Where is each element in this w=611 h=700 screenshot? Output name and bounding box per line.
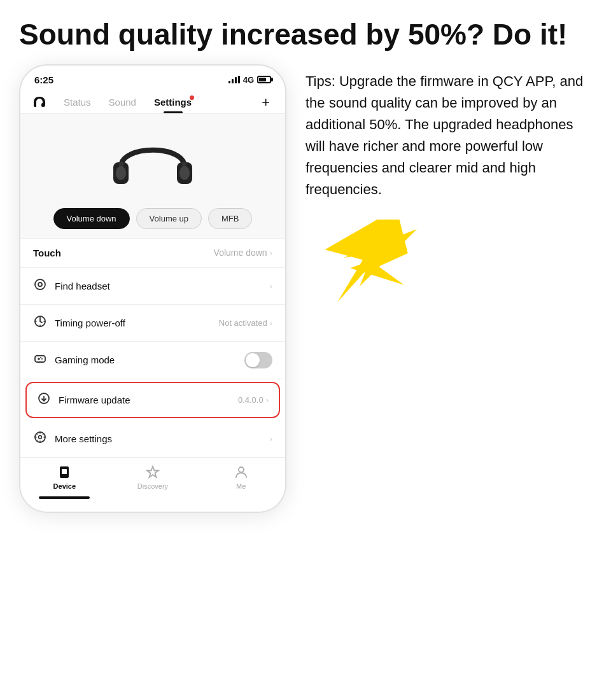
find-headset-row[interactable]: Find headset ›	[20, 268, 285, 305]
arrow-container	[306, 220, 592, 302]
phone-mockup: 6:25 4G	[19, 64, 286, 513]
bottom-nav: Device Discovery Me	[20, 458, 285, 512]
timing-power-label: Timing power-off	[55, 318, 125, 328]
more-settings-row[interactable]: More settings ›	[20, 421, 285, 458]
settings-dot	[190, 95, 194, 100]
svg-point-16	[39, 435, 42, 438]
nav-device-indicator	[39, 496, 90, 499]
firmware-update-label: Firmware update	[59, 395, 130, 405]
app-tabs: Status Sound Settings +	[20, 89, 285, 114]
find-headset-icon	[33, 278, 47, 294]
headphone-image	[108, 125, 197, 195]
me-nav-icon	[234, 465, 249, 480]
firmware-update-icon	[37, 392, 51, 408]
firmware-update-right: 0.4.0.0 ›	[238, 395, 269, 405]
find-headset-right: ›	[270, 281, 272, 291]
touch-label: Touch	[33, 248, 61, 258]
device-nav-icon	[57, 465, 72, 480]
svg-point-7	[179, 166, 190, 180]
gaming-mode-icon	[33, 352, 47, 368]
add-tab-button[interactable]: +	[256, 92, 275, 113]
firmware-update-chevron-icon: ›	[266, 395, 269, 405]
headphone-area	[20, 114, 285, 202]
touch-value: Volume down ›	[214, 248, 272, 258]
svg-rect-18	[62, 469, 67, 474]
status-time: 6:25	[34, 74, 53, 85]
find-headset-chevron-icon: ›	[270, 281, 272, 291]
tab-status[interactable]: Status	[55, 92, 100, 113]
mfb-button[interactable]: MFB	[208, 208, 252, 229]
settings-list: Find headset › Timing power-o	[20, 268, 285, 458]
svg-point-12	[41, 358, 43, 360]
svg-point-19	[239, 467, 244, 472]
gaming-mode-toggle[interactable]	[244, 352, 272, 368]
nav-device[interactable]: Device	[39, 465, 90, 499]
svg-rect-0	[34, 103, 36, 107]
status-right: 4G	[228, 75, 271, 85]
svg-rect-1	[41, 103, 44, 107]
touch-row[interactable]: Touch Volume down ›	[20, 238, 285, 268]
timing-power-icon	[33, 315, 47, 331]
more-settings-right: ›	[270, 434, 272, 444]
svg-point-13	[40, 357, 41, 358]
nav-device-label: Device	[53, 482, 76, 490]
timing-power-chevron-icon: ›	[270, 318, 272, 328]
tab-settings[interactable]: Settings	[145, 92, 200, 113]
svg-point-9	[38, 283, 42, 286]
page-header: Sound quality increased by 50%? Do it!	[0, 0, 611, 64]
volume-buttons: Volume down Volume up MFB	[20, 202, 285, 238]
svg-point-8	[35, 279, 45, 290]
timing-power-right: Not activated ›	[219, 318, 272, 328]
timing-power-off-row[interactable]: Timing power-off Not activated ›	[20, 305, 285, 342]
volume-down-button[interactable]: Volume down	[53, 208, 130, 229]
nav-discovery[interactable]: Discovery	[127, 465, 178, 490]
right-content: Tips: Upgrade the firmware in QCY APP, a…	[306, 64, 592, 303]
more-settings-icon	[33, 431, 47, 447]
headset-tab-icon[interactable]	[31, 94, 47, 111]
nav-me-label: Me	[236, 482, 246, 490]
nav-me[interactable]: Me	[216, 465, 267, 490]
signal-type: 4G	[243, 75, 254, 85]
main-layout: 6:25 4G	[0, 64, 611, 513]
firmware-update-row[interactable]: Firmware update 0.4.0.0 ›	[25, 382, 280, 418]
discovery-nav-icon	[145, 465, 160, 480]
tips-text: Tips: Upgrade the firmware in QCY APP, a…	[306, 71, 592, 201]
tab-sound[interactable]: Sound	[100, 92, 145, 113]
volume-up-button[interactable]: Volume up	[136, 208, 202, 229]
svg-point-6	[116, 166, 126, 180]
nav-discovery-label: Discovery	[137, 482, 168, 490]
signal-icon	[228, 76, 240, 83]
yellow-arrow-icon	[318, 220, 433, 302]
svg-rect-11	[35, 356, 45, 362]
gaming-mode-label: Gaming mode	[55, 354, 115, 365]
touch-chevron-icon: ›	[270, 248, 272, 258]
status-bar: 6:25 4G	[20, 66, 285, 89]
battery-icon	[257, 76, 271, 83]
gaming-mode-toggle-knob	[246, 353, 260, 367]
gaming-mode-row[interactable]: Gaming mode	[20, 342, 285, 379]
more-settings-label: More settings	[55, 433, 112, 444]
find-headset-label: Find headset	[55, 281, 110, 291]
more-settings-chevron-icon: ›	[270, 434, 272, 444]
